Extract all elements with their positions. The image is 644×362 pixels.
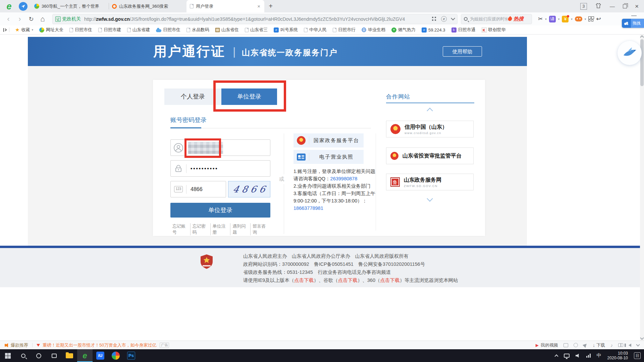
url-dropdown-icon[interactable] bbox=[451, 16, 455, 20]
tab-360-search[interactable]: 山东政务服务网_360搜索 bbox=[109, 0, 186, 12]
caret-icon[interactable]: ▾ bbox=[585, 17, 586, 21]
bookmark-item[interactable]: 山东省建 bbox=[127, 27, 150, 33]
bookmark-item[interactable]: 毕业生档 bbox=[362, 27, 385, 33]
play-icon[interactable]: ▶ bbox=[536, 343, 539, 348]
bookmark-item[interactable]: 水晶数码 bbox=[186, 27, 209, 33]
screenshot-scissors-icon[interactable]: ✂ bbox=[538, 15, 543, 22]
undo-close-tab-icon[interactable]: ↩ bbox=[596, 15, 601, 22]
bookmark-item[interactable]: 山东省三 bbox=[245, 27, 268, 33]
start-button[interactable] bbox=[0, 349, 15, 362]
tab-personal-login[interactable]: 个人登录 bbox=[164, 88, 221, 105]
apps-grid-icon[interactable] bbox=[588, 16, 594, 22]
restore-button[interactable] bbox=[623, 4, 627, 8]
photoshop-button[interactable]: Ps bbox=[123, 349, 139, 362]
network-icon[interactable] bbox=[586, 354, 591, 358]
forgot-password-link[interactable]: 忘记密码 bbox=[191, 223, 211, 235]
caret-icon[interactable]: ▾ bbox=[545, 17, 547, 21]
bookmark-item[interactable]: 日照市住 bbox=[69, 27, 92, 33]
bookmark-item[interactable]: 日照市住 bbox=[156, 27, 180, 33]
help-button[interactable]: 使用帮助 bbox=[443, 46, 482, 57]
360-download-link[interactable]: 点击下载 bbox=[380, 278, 399, 283]
translate-icon[interactable]: 译 bbox=[549, 16, 556, 22]
partner-zwfw-site[interactable]: 鲁 山东政务服务网ZWFW.SD.GOV.CN bbox=[386, 174, 474, 190]
url-text[interactable]: http://zwfw.sd.gov.cn/JIS/front/login.do… bbox=[84, 16, 429, 22]
volume-icon[interactable] bbox=[629, 344, 631, 347]
booster-icon[interactable] bbox=[583, 342, 588, 348]
unit-register-link[interactable]: 单位注册 bbox=[211, 223, 231, 235]
forward-button[interactable]: › bbox=[14, 15, 25, 23]
address-bar[interactable]: 证 党政机关 http://zwfw.sd.gov.cn/JIS/front/l… bbox=[52, 14, 458, 24]
netdisk-drag-overlay[interactable]: 拖拽 bbox=[622, 19, 644, 28]
back-button[interactable]: ‹ bbox=[3, 15, 14, 23]
bookmark-item[interactable]: 山东省住 bbox=[215, 27, 239, 33]
page-scrollbar[interactable] bbox=[640, 35, 644, 341]
gov-platform-login-button[interactable]: ★ 国家政务服务平台 bbox=[293, 133, 364, 147]
statusbar-chevron-icon[interactable] bbox=[636, 343, 640, 346]
bookmark-item[interactable]: K联创世华 bbox=[482, 27, 506, 33]
task-view-button[interactable] bbox=[46, 349, 62, 362]
home-button[interactable]: ⌂ bbox=[37, 15, 48, 23]
browser-search-box[interactable]: 为姐姐们应援的时候 热搜 bbox=[461, 14, 532, 24]
bookmark-item[interactable]: e叫号系统 bbox=[274, 27, 298, 33]
timer-icon[interactable] bbox=[574, 343, 578, 347]
hot-search-label[interactable]: 热搜 bbox=[514, 16, 524, 22]
scroll-down-icon[interactable] bbox=[640, 336, 644, 340]
bookmark-item[interactable]: 日照市建 bbox=[98, 27, 121, 33]
news-ticker[interactable]: 重磅！近期又出一股市怪才！50万资金入市，如今身家过亿 bbox=[43, 342, 156, 348]
input-method-indicator[interactable]: 中 bbox=[597, 353, 601, 359]
tab-360-nav[interactable]: 360导航_一个主页，整个世界 bbox=[31, 0, 109, 12]
new-tab-button[interactable]: + bbox=[266, 2, 275, 11]
reload-button[interactable]: ↻ bbox=[25, 15, 37, 23]
games-icon[interactable] bbox=[575, 16, 582, 21]
captcha-image[interactable]: 4866 bbox=[228, 181, 270, 197]
e-license-login-button[interactable]: 电子营业执照 bbox=[293, 150, 364, 164]
bookmark-favorites[interactable]: ★收藏▾ bbox=[15, 27, 33, 33]
iu-app-button[interactable]: iU bbox=[93, 349, 108, 362]
qq-link[interactable]: 2639980878 bbox=[330, 176, 358, 181]
notification-center-icon[interactable]: 日 bbox=[634, 352, 641, 359]
cortana-button[interactable] bbox=[31, 349, 46, 362]
close-window-button[interactable]: × bbox=[635, 3, 639, 10]
taskbar-clock[interactable]: 10:03 2020-08-10 bbox=[607, 351, 628, 360]
screenshot-icon[interactable] bbox=[564, 343, 568, 347]
captcha-field[interactable]: 123 4866 bbox=[170, 181, 226, 197]
ie-compat-icon[interactable]: e bbox=[441, 16, 447, 22]
caret-icon[interactable]: ▾ bbox=[558, 17, 560, 21]
password-field[interactable]: •••••••••• bbox=[170, 160, 270, 177]
bookmark-item[interactable]: 网址大全 bbox=[39, 27, 63, 33]
bookmark-item[interactable]: 日照市行 bbox=[333, 27, 356, 33]
browser-360-logo[interactable]: e bbox=[4, 1, 14, 11]
chrome-download-link[interactable]: 点击下载 bbox=[338, 278, 358, 283]
wallet-icon[interactable]: ¥ bbox=[562, 16, 569, 22]
close-tab-icon[interactable]: × bbox=[257, 3, 261, 9]
bookmark-item[interactable]: +燃气热力 bbox=[391, 27, 416, 33]
tab-account-password-login[interactable]: 账号密码登录 bbox=[170, 116, 207, 124]
tab-count-badge[interactable]: 3 bbox=[580, 3, 587, 10]
site-bird-widget[interactable] bbox=[618, 41, 642, 65]
send-to-mobile-icon[interactable] bbox=[19, 2, 28, 11]
message-consult-link[interactable]: 留言咨询 bbox=[251, 223, 270, 235]
scroll-up-icon[interactable] bbox=[640, 35, 644, 39]
bookmark-item[interactable]: 中华人民 bbox=[304, 27, 327, 33]
tab-user-login[interactable]: 用户登录 × bbox=[186, 0, 264, 12]
promo-label[interactable]: 爆款推荐 bbox=[11, 342, 28, 348]
minimize-button[interactable]: — bbox=[610, 3, 615, 9]
file-explorer-button[interactable] bbox=[62, 349, 77, 362]
download-manager[interactable]: ↓ 下载 bbox=[593, 342, 605, 348]
taskbar-search-button[interactable] bbox=[15, 349, 31, 362]
reader-icon[interactable] bbox=[618, 343, 623, 347]
search-placeholder[interactable]: 为姐姐们应援的时候 bbox=[470, 16, 507, 22]
overlay-minimize-dash[interactable] bbox=[631, 15, 637, 16]
forgot-account-link[interactable]: 忘记账号 bbox=[170, 223, 191, 235]
collapse-bookmarks-icon[interactable] bbox=[3, 28, 6, 32]
color-app-button[interactable] bbox=[108, 349, 123, 362]
caret-icon[interactable]: ▾ bbox=[571, 17, 573, 21]
carousel-up-icon[interactable] bbox=[427, 108, 433, 114]
partner-credit-china[interactable]: ★ 信用中国（山东）www.creditsd.gov.cn bbox=[386, 121, 474, 137]
phone-link[interactable]: 18663778981 bbox=[293, 205, 323, 211]
problem-link[interactable]: 遇到问题 bbox=[230, 223, 251, 235]
360-browser-button[interactable]: e bbox=[77, 349, 93, 362]
unit-login-submit-button[interactable]: 单位登录 bbox=[170, 203, 270, 218]
ie-download-link[interactable]: 点击下载 bbox=[294, 278, 314, 283]
partner-investment-platform[interactable]: ★ 山东省投资审批监管平台 bbox=[386, 147, 474, 164]
